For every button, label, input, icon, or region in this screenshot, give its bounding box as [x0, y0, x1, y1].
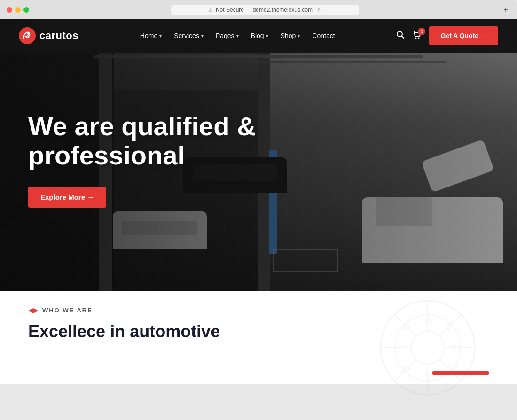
section-tag-label: WHO WE ARE [42, 307, 93, 314]
svg-point-3 [415, 37, 417, 39]
add-tab-button[interactable]: + [501, 5, 510, 15]
brand-name: carutos [39, 30, 78, 42]
nav-pages[interactable]: Pages ▾ [211, 28, 243, 43]
nav-menu: Home ▾ Services ▾ Pages ▾ Blog ▾ Shop ▾ … [135, 28, 340, 43]
website-container: carutos Home ▾ Services ▾ Pages ▾ Blog ▾… [0, 19, 517, 418]
minimize-button[interactable] [15, 7, 21, 13]
nav-contact[interactable]: Contact [307, 28, 339, 43]
address-bar[interactable]: ⚠ Not Secure — demo2.themelexus.com ↻ [171, 5, 359, 15]
nav-icons: 0 Get A Quote → [396, 26, 498, 45]
get-quote-button[interactable]: Get A Quote → [429, 26, 498, 45]
chevron-down-icon: ▾ [298, 33, 300, 39]
cart-icon[interactable]: 0 [412, 31, 422, 41]
chevron-down-icon: ▾ [236, 33, 239, 39]
traffic-lights [7, 7, 29, 13]
hero-content: We are qualified & professional Explore … [28, 112, 256, 208]
below-hero-section: ◀▶ WHO WE ARE Excellece in automotive [0, 291, 517, 384]
close-button[interactable] [7, 7, 12, 13]
tire-watermark-icon [376, 296, 479, 399]
browser-chrome: ⚠ Not Secure — demo2.themelexus.com ↻ + [0, 0, 517, 19]
arrows-icon: ◀▶ [28, 306, 39, 314]
svg-point-4 [418, 37, 420, 39]
refresh-icon[interactable]: ↻ [317, 7, 322, 13]
lock-icon: ⚠ [208, 7, 213, 13]
nav-shop[interactable]: Shop ▾ [276, 28, 305, 43]
browser-titlebar: ⚠ Not Secure — demo2.themelexus.com ↻ + [7, 5, 510, 19]
svg-point-7 [411, 331, 444, 364]
chevron-down-icon: ▾ [159, 33, 162, 39]
chevron-down-icon: ▾ [201, 33, 204, 39]
explore-more-button[interactable]: Explore More → [28, 187, 106, 208]
maximize-button[interactable] [24, 7, 29, 13]
search-icon[interactable] [396, 31, 405, 41]
url-text: Not Secure — demo2.themelexus.com [216, 7, 313, 13]
hero-title: We are qualified & professional [28, 112, 256, 170]
navbar: carutos Home ▾ Services ▾ Pages ▾ Blog ▾… [0, 19, 517, 53]
chevron-down-icon: ▾ [266, 33, 268, 39]
red-decorative-bar [432, 371, 489, 375]
nav-blog[interactable]: Blog ▾ [246, 28, 273, 43]
nav-services[interactable]: Services ▾ [169, 28, 208, 43]
nav-home[interactable]: Home ▾ [135, 28, 166, 43]
logo-icon [19, 27, 36, 44]
cart-badge: 0 [418, 28, 425, 35]
address-bar-wrapper: ⚠ Not Secure — demo2.themelexus.com ↻ [34, 5, 496, 15]
svg-point-1 [27, 33, 29, 35]
hero-section: We are qualified & professional Explore … [0, 19, 517, 291]
logo[interactable]: carutos [19, 27, 78, 44]
